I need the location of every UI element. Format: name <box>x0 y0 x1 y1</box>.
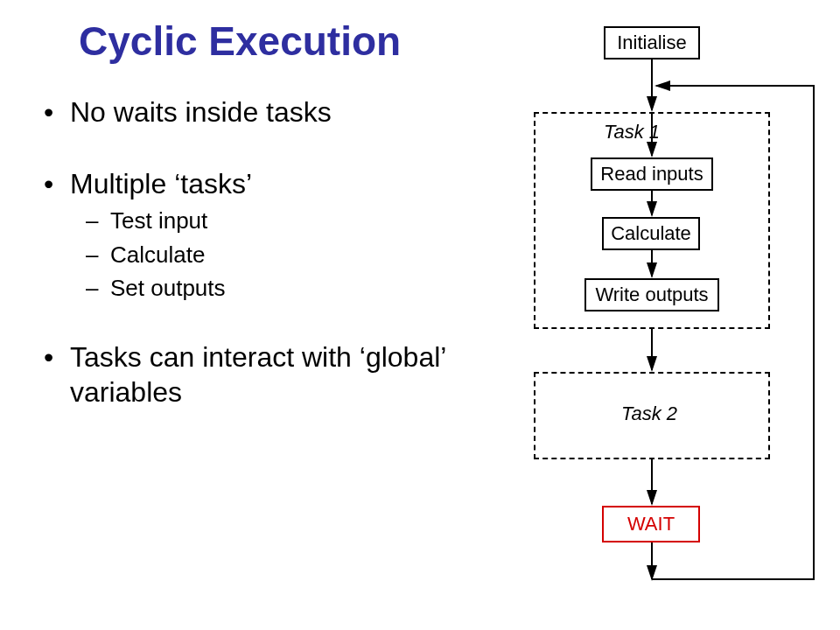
subitem-text: Set outputs <box>110 275 226 301</box>
arrows-svg <box>490 26 831 621</box>
bullet-list: No waits inside tasks Multiple ‘tasks’ T… <box>42 94 462 446</box>
list-subitem: Set outputs <box>70 274 462 303</box>
bullet-text: Tasks can interact with ‘global’ variabl… <box>70 341 445 408</box>
bullet-text: Multiple ‘tasks’ <box>70 168 252 200</box>
slide-title: Cyclic Execution <box>79 18 401 65</box>
list-item: Multiple ‘tasks’ Test input Calculate Se… <box>42 166 462 303</box>
subitem-text: Test input <box>110 207 207 234</box>
bullet-text: No waits inside tasks <box>70 96 332 128</box>
list-subitem: Calculate <box>70 241 462 270</box>
list-item: No waits inside tasks <box>42 94 462 130</box>
subitem-text: Calculate <box>110 242 205 268</box>
flowchart-diagram: Initialise Task 1 Read inputs Calculate … <box>490 26 831 621</box>
list-subitem: Test input <box>70 206 462 235</box>
list-item: Tasks can interact with ‘global’ variabl… <box>42 340 462 410</box>
slide: Cyclic Execution No waits inside tasks M… <box>0 0 840 630</box>
